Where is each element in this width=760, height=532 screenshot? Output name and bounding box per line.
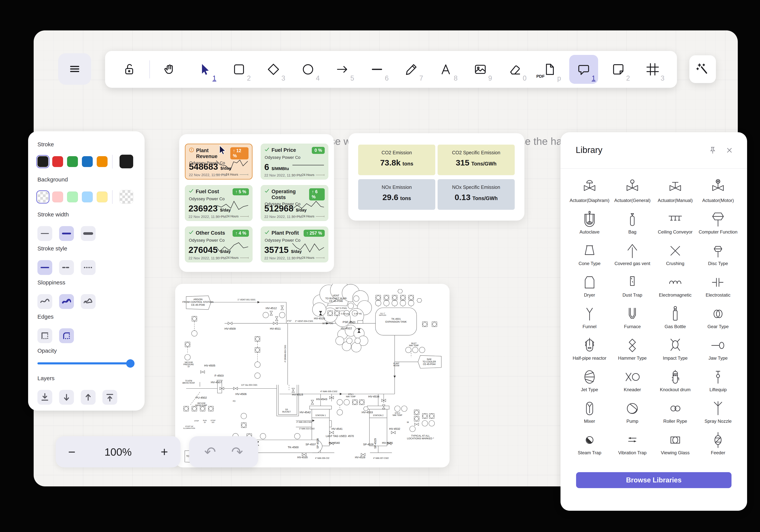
library-item-electromagnetic[interactable]: Electromagnetic <box>655 272 695 304</box>
library-item-computer-function[interactable]: Computer Function <box>698 209 738 241</box>
kpi-card[interactable]: Other Costs↑ 4 %Odyssey Power Co276045 $… <box>185 226 253 263</box>
kpi-card[interactable]: Fuel Cost↑ 5 %Odyssey Power Co236923 $/d… <box>185 185 253 221</box>
tool-selection[interactable]: 1 <box>190 55 219 84</box>
library-item-viewing-glass[interactable]: Viewing Glass <box>655 430 695 461</box>
tool-text[interactable]: 8 <box>431 55 460 84</box>
tool-pdf[interactable]: PDFp <box>535 55 564 84</box>
stroke-style-dashed-button[interactable] <box>59 260 74 275</box>
layers-bring-forward-button[interactable] <box>81 390 96 405</box>
layers-bring-to-front-button[interactable] <box>102 390 117 405</box>
stroke-swatch-0[interactable] <box>37 156 48 167</box>
library-item-crushing[interactable]: Crushing <box>655 241 695 272</box>
library-item-electrostatic[interactable]: Electrostatic <box>698 272 738 304</box>
tool-frame[interactable]: 3 <box>638 55 667 84</box>
tool-arrow[interactable]: 5 <box>328 55 357 84</box>
tool-eraser[interactable]: 0 <box>500 55 529 84</box>
library-item-bag[interactable]: Bag <box>612 209 652 241</box>
emission-card[interactable]: NOx Specific Emission0.13Tons/GWh <box>438 179 515 210</box>
library-item-actuator-motor[interactable]: Actuator(Motor) <box>698 177 738 209</box>
opacity-slider-track[interactable] <box>37 362 131 364</box>
stroke-swatch-4[interactable] <box>97 156 108 167</box>
library-item-gas-bottle[interactable]: Gas Bottle <box>655 304 695 335</box>
tool-comment[interactable]: 1 <box>569 55 598 84</box>
library-item-knockout[interactable]: Knockout drum <box>655 367 695 398</box>
library-item-covered-gas-vent[interactable]: Covered gas vent <box>612 241 652 272</box>
kpi-card[interactable]: Operating Costs↑ 6 %Odyssey Power Co5129… <box>261 185 328 221</box>
sloppiness-cartoonist-button[interactable] <box>81 294 96 309</box>
emission-card[interactable]: NOx Emission29.6tons <box>358 179 435 210</box>
layers-send-to-back-button[interactable] <box>37 390 52 405</box>
stroke-style-solid-button[interactable] <box>37 260 52 275</box>
library-item-vibration[interactable]: Vibration Trap <box>612 430 652 461</box>
pin-icon[interactable] <box>708 146 717 155</box>
main-menu-button[interactable] <box>58 53 91 85</box>
redo-button[interactable]: ↷ <box>231 444 243 460</box>
layers-send-backward-button[interactable] <box>59 390 74 405</box>
library-item-spray-nozzle[interactable]: Spray Nozzle <box>698 398 738 430</box>
library-item-gear-type[interactable]: Gear Type <box>698 304 738 335</box>
tool-draw[interactable]: 7 <box>397 55 426 84</box>
library-item-impact-type[interactable]: Impact Type <box>655 335 695 367</box>
library-item-pump[interactable]: Pump <box>612 398 652 430</box>
stroke-style-dotted-button[interactable] <box>81 260 96 275</box>
edges-round-button[interactable] <box>59 328 74 343</box>
opacity-slider-thumb[interactable] <box>126 359 134 368</box>
tool-ellipse[interactable]: 4 <box>294 55 322 84</box>
library-item-actuator-general[interactable]: Actuator(General) <box>612 177 652 209</box>
library-item-hammer-type[interactable]: Hammer Type <box>612 335 652 367</box>
kpi-dashboard-group[interactable]: Plant Revenue↑ 12 %Odyssey Power Co54868… <box>179 134 334 272</box>
library-item-furnace[interactable]: Furnace <box>612 304 652 335</box>
library-item-ceiling-conveyor[interactable]: Ceiling Conveyor <box>655 209 695 241</box>
library-item-dryer[interactable]: Dryer <box>570 272 609 304</box>
background-swatch-3[interactable] <box>82 192 93 202</box>
stroke-current-color[interactable] <box>119 155 133 169</box>
background-swatch-0[interactable] <box>37 192 48 202</box>
edges-sharp-button[interactable] <box>37 328 52 343</box>
tool-rectangle[interactable]: 2 <box>224 55 254 84</box>
background-swatch-1[interactable] <box>52 192 63 202</box>
library-item-half-pipe[interactable]: Half-pipe reactor <box>570 335 609 367</box>
zoom-in-button[interactable]: + <box>148 445 180 459</box>
library-item-kneader[interactable]: Kneader <box>612 367 652 398</box>
library-item-actuator-diaphragm[interactable]: Actuator(Diaphram) <box>570 177 609 209</box>
magic-wand-button[interactable] <box>689 55 716 83</box>
sloppiness-artist-button[interactable] <box>59 294 74 309</box>
stroke-swatch-3[interactable] <box>82 156 93 167</box>
emission-card[interactable]: CO2 Specific Emission315Tons/GWh <box>438 145 515 175</box>
background-current-color[interactable] <box>119 190 133 204</box>
kpi-card[interactable]: Plant Profit↑ 257 %Odyssey Power Co35715… <box>261 226 328 263</box>
browse-libraries-button[interactable]: Browse Libraries <box>576 472 732 488</box>
emissions-group[interactable]: CO2 Emission73.8ktonsCO2 Specific Emissi… <box>348 133 524 220</box>
background-swatch-4[interactable] <box>97 192 108 202</box>
undo-button[interactable]: ↶ <box>204 444 216 460</box>
zoom-level[interactable]: 100% <box>88 446 148 458</box>
library-item-autoclave[interactable]: Autoclave <box>570 209 609 241</box>
stroke-swatch-2[interactable] <box>67 156 78 167</box>
library-item-liftequip[interactable]: Liftequip <box>698 367 738 398</box>
library-item-disc-type[interactable]: Disc Type <box>698 241 738 272</box>
sloppiness-architect-button[interactable] <box>37 294 52 309</box>
library-item-feeder[interactable]: Feeder <box>698 430 738 461</box>
close-icon[interactable] <box>725 146 734 155</box>
library-item-jaw-type[interactable]: Jaw Type <box>698 335 738 367</box>
stroke-width-thin-button[interactable] <box>37 226 52 241</box>
tool-note[interactable]: 2 <box>604 55 633 84</box>
library-item-mixer[interactable]: Mixer <box>570 398 609 430</box>
emission-card[interactable]: CO2 Emission73.8ktons <box>358 145 435 175</box>
background-swatch-2[interactable] <box>67 192 78 202</box>
stroke-width-bold-button[interactable] <box>59 226 74 241</box>
stroke-width-extra-bold-button[interactable] <box>81 226 96 241</box>
kpi-card[interactable]: Fuel Price0 %Odyssey Power Co6 $/MMBtu22… <box>261 144 328 179</box>
stroke-swatch-1[interactable] <box>52 156 63 167</box>
library-item-jet-type[interactable]: Jet Type <box>570 367 609 398</box>
library-item-steam-trap[interactable]: Steam Trap <box>570 430 609 461</box>
library-item-dust-trap[interactable]: Dust Trap <box>612 272 652 304</box>
tool-hand[interactable] <box>156 55 184 84</box>
tool-image[interactable]: 9 <box>466 55 495 84</box>
zoom-out-button[interactable]: − <box>56 445 88 459</box>
library-item-actuator-manual[interactable]: Actuator(Manual) <box>655 177 695 209</box>
library-item-funnel[interactable]: Funnel <box>570 304 609 335</box>
library-item-cone-type[interactable]: Cone Type <box>570 241 609 272</box>
tool-diamond[interactable]: 3 <box>259 55 288 84</box>
library-item-roller[interactable]: Roller Rype <box>655 398 695 430</box>
